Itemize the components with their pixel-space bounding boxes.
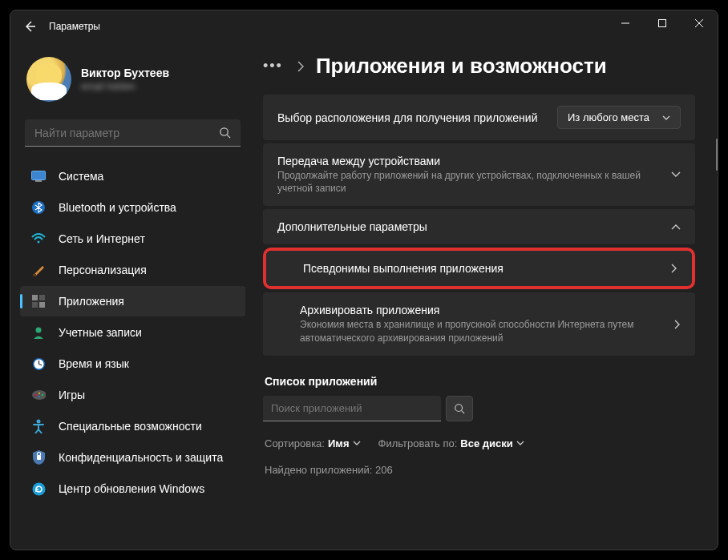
card-share-devices[interactable]: Передача между устройствами Продолжайте … xyxy=(263,143,695,206)
search-input[interactable] xyxy=(34,127,219,139)
nav-update[interactable]: Центр обновления Windows xyxy=(20,473,245,504)
svg-rect-6 xyxy=(32,171,46,180)
brush-icon xyxy=(31,263,46,277)
svg-point-20 xyxy=(32,390,46,400)
install-source-dropdown[interactable]: Из любого места xyxy=(557,106,681,129)
nav-gaming[interactable]: Игры xyxy=(20,380,245,410)
card-desc: Продолжайте работу приложений на других … xyxy=(277,169,661,195)
filter-value: Все диски xyxy=(460,437,512,449)
filter-dropdown[interactable]: Фильтровать по: Все диски xyxy=(378,437,524,449)
chevron-right-icon xyxy=(297,61,305,72)
svg-point-24 xyxy=(38,396,40,397)
nav-bluetooth[interactable]: Bluetooth и устройства xyxy=(20,192,245,223)
wifi-icon xyxy=(31,232,46,246)
nav-apps[interactable]: Приложения xyxy=(20,286,245,316)
back-button[interactable] xyxy=(17,14,42,39)
close-icon xyxy=(695,19,703,27)
nav-label: Специальные возможности xyxy=(59,420,202,433)
nav-label: Учетные записи xyxy=(59,326,142,339)
highlight-box: Псевдонимы выполнения приложения xyxy=(263,248,695,289)
nav-label: Конфиденциальность и защита xyxy=(59,451,223,464)
profile[interactable]: Виктор Бухтеев email hidden xyxy=(17,50,249,116)
apps-section-header: Список приложений xyxy=(265,375,695,388)
nav-label: Центр обновления Windows xyxy=(59,482,204,495)
nav-label: Система xyxy=(59,170,103,183)
content: Виктор Бухтеев email hidden Система Blue… xyxy=(10,42,718,550)
svg-rect-13 xyxy=(32,302,38,308)
nav-label: Приложения xyxy=(59,295,124,308)
chevron-right-icon xyxy=(674,320,681,329)
card-advanced[interactable]: Дополнительные параметры xyxy=(263,209,695,244)
chevron-down-icon xyxy=(516,441,524,445)
card-execution-aliases[interactable]: Псевдонимы выполнения приложения xyxy=(266,251,692,286)
svg-rect-10 xyxy=(33,274,36,276)
card-archive-apps[interactable]: Архивировать приложения Экономия места в… xyxy=(263,292,695,355)
apps-icon xyxy=(31,294,46,308)
card-title: Дополнительные параметры xyxy=(277,220,661,233)
breadcrumb: ••• Приложения и возможности xyxy=(263,54,695,79)
minimize-button[interactable] xyxy=(607,10,644,36)
nav-personalization[interactable]: Персонализация xyxy=(20,255,245,285)
svg-point-9 xyxy=(38,241,40,244)
svg-point-22 xyxy=(42,394,43,396)
profile-name: Виктор Бухтеев xyxy=(81,66,169,79)
sidebar-search[interactable] xyxy=(25,119,241,147)
nav-label: Сеть и Интернет xyxy=(59,232,145,245)
page-title: Приложения и возможности xyxy=(316,54,607,79)
shield-icon xyxy=(31,450,46,465)
close-button[interactable] xyxy=(681,10,718,36)
svg-rect-26 xyxy=(37,455,41,460)
svg-point-21 xyxy=(35,394,37,396)
nav-label: Время и язык xyxy=(59,357,129,370)
app-search-box[interactable] xyxy=(263,396,441,421)
sidebar: Виктор Бухтеев email hidden Система Blue… xyxy=(10,42,255,550)
svg-rect-11 xyxy=(32,295,38,300)
nav-list: Система Bluetooth и устройства Сеть и Ин… xyxy=(17,161,249,504)
sort-dropdown[interactable]: Сортировка: Имя xyxy=(265,437,361,449)
nav-privacy[interactable]: Конфиденциальность и защита xyxy=(20,442,245,473)
search-icon xyxy=(454,403,465,414)
maximize-icon xyxy=(658,19,666,27)
nav-label: Bluetooth и устройства xyxy=(59,201,176,214)
chevron-right-icon xyxy=(671,264,677,273)
svg-line-29 xyxy=(462,410,465,413)
svg-rect-1 xyxy=(659,20,666,27)
nav-time[interactable]: Время и язык xyxy=(20,348,245,379)
chevron-down-icon xyxy=(671,171,681,178)
app-search-row xyxy=(263,396,695,421)
maximize-button[interactable] xyxy=(644,10,681,36)
nav-system[interactable]: Система xyxy=(20,161,245,191)
card-desc: Экономия места в хранилище и пропускной … xyxy=(300,318,665,344)
nav-accessibility[interactable]: Специальные возможности xyxy=(20,411,245,441)
nav-network[interactable]: Сеть и Интернет xyxy=(20,224,245,254)
svg-point-28 xyxy=(455,405,463,412)
search-icon xyxy=(219,127,231,139)
clock-icon xyxy=(31,357,46,371)
window-controls xyxy=(607,10,718,36)
minimize-icon xyxy=(621,19,629,27)
svg-rect-12 xyxy=(39,295,45,300)
settings-window: Параметры Виктор Бухтеев email hidden xyxy=(10,10,718,550)
nav-accounts[interactable]: Учетные записи xyxy=(20,317,245,348)
gamepad-icon xyxy=(31,388,46,402)
found-count: Найдено приложений: 206 xyxy=(263,464,695,476)
app-search-button[interactable] xyxy=(446,396,473,421)
chevron-down-icon xyxy=(353,441,361,445)
bluetooth-icon xyxy=(31,200,46,215)
sort-label: Сортировка: xyxy=(265,437,325,449)
filter-label: Фильтровать по: xyxy=(378,437,458,449)
svg-point-23 xyxy=(38,393,40,394)
profile-email: email hidden xyxy=(81,81,169,92)
card-install-source[interactable]: Выбор расположения для получения приложе… xyxy=(263,95,695,140)
titlebar: Параметры xyxy=(10,10,718,42)
sort-value: Имя xyxy=(328,437,350,449)
card-title: Выбор расположения для получения приложе… xyxy=(277,111,557,124)
svg-point-4 xyxy=(220,128,228,135)
card-title: Псевдонимы выполнения приложения xyxy=(303,262,661,275)
breadcrumb-ellipsis[interactable]: ••• xyxy=(263,58,283,75)
svg-line-5 xyxy=(227,135,230,138)
account-icon xyxy=(31,325,46,340)
system-icon xyxy=(31,169,46,183)
app-search-input[interactable] xyxy=(271,402,433,414)
scrollbar[interactable] xyxy=(716,139,718,171)
